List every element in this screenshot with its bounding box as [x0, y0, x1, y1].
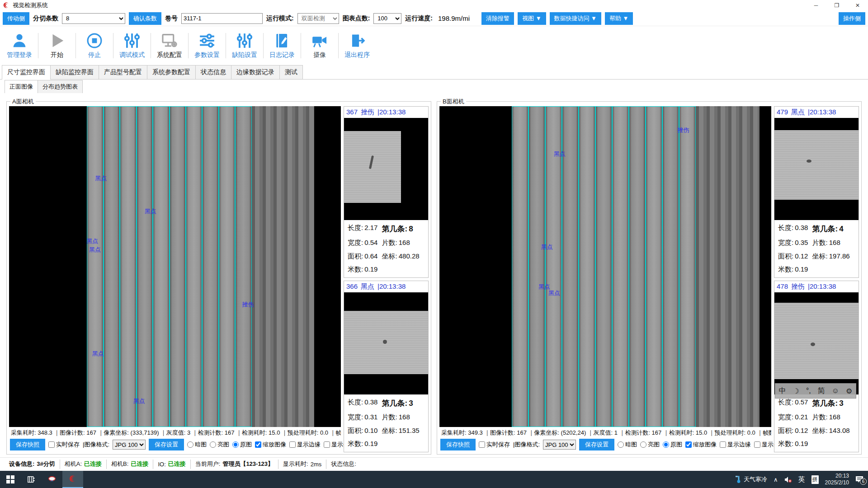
- defect-type: 黑点: [791, 108, 805, 117]
- weather-tray-item[interactable]: 天气寒冷: [736, 475, 767, 483]
- inspection-app-taskbar-button[interactable]: [62, 471, 83, 488]
- defect-pieces: 168: [829, 239, 840, 246]
- show-strips-checkbox[interactable]: [324, 441, 330, 448]
- show-edge-checkbox[interactable]: [720, 441, 726, 448]
- operator-side-button[interactable]: 操作侧: [839, 12, 865, 25]
- image-format-select[interactable]: JPG 100: [543, 440, 576, 450]
- defect-stats: 长度:2.17 第几条:8 宽度:0.54 片数:168 面积:0.64 坐标:…: [344, 220, 428, 277]
- tab-front-image[interactable]: 正面图像: [5, 80, 38, 93]
- defect-card[interactable]: 478 挫伤 |20:13:38 长度:0.57 第几条:3 宽度:0.21 片…: [774, 281, 859, 452]
- ime-simplified-toggle[interactable]: 简: [818, 386, 825, 396]
- realtime-save-checkbox[interactable]: [479, 441, 485, 448]
- help-menu-button[interactable]: 帮助 ▼: [605, 12, 633, 25]
- show-strips-checkbox[interactable]: [754, 441, 760, 448]
- toolbar-separator: [188, 33, 189, 58]
- snipping-tool-button[interactable]: ✂: [42, 471, 62, 488]
- camera-a-status-line: 采集耗时: 348.3 ｜图像计数: 167 ｜像素坐标: (333,7139)…: [9, 427, 341, 438]
- defect-annotation: 黑点: [541, 243, 553, 251]
- close-button[interactable]: ✕: [847, 0, 868, 11]
- chart-points-select[interactable]: 100: [373, 13, 401, 24]
- tab-product-config[interactable]: 产品型号配置: [99, 65, 147, 79]
- realtime-save-checkbox[interactable]: [48, 441, 55, 448]
- tray-overflow-chevron[interactable]: ∧: [774, 476, 778, 483]
- tab-edge-data[interactable]: 边缘数据记录: [231, 65, 280, 79]
- exit-icon: [349, 32, 366, 49]
- exit-program-button[interactable]: 退出程序: [340, 32, 375, 59]
- param-settings-button[interactable]: 参数设置: [189, 32, 225, 59]
- ime-mode-indicator[interactable]: 拼: [811, 475, 819, 484]
- original-image-radio[interactable]: [232, 441, 239, 448]
- tab-system-params[interactable]: 系统参数配置: [147, 65, 196, 79]
- system-config-button[interactable]: 系统配置: [152, 32, 187, 59]
- roll-number-input[interactable]: [181, 13, 263, 24]
- defect-length: 0.38: [795, 224, 808, 231]
- ime-punctuation-toggle[interactable]: °,: [806, 387, 811, 395]
- bright-image-radio[interactable]: [640, 441, 646, 448]
- start-menu-button[interactable]: [0, 471, 21, 488]
- volume-muted-icon[interactable]: [784, 476, 792, 483]
- dark-image-radio[interactable]: [187, 441, 193, 448]
- ime-lang-toggle[interactable]: 中: [779, 386, 786, 396]
- defect-area: 0.12: [795, 427, 808, 434]
- camera-b-conn-status: 已连接: [131, 460, 148, 468]
- weather-text: 天气寒冷: [744, 475, 767, 483]
- status-info-label: 状态信息:: [331, 460, 356, 468]
- save-snapshot-button[interactable]: 保存快照: [10, 439, 45, 450]
- original-image-radio[interactable]: [663, 441, 669, 448]
- defect-card[interactable]: 367 挫伤 |20:13:38 长度:2.17 第几条:8 宽度:0.54 片…: [344, 106, 429, 278]
- maximize-button[interactable]: ❐: [826, 0, 847, 11]
- slit-count-select[interactable]: 8: [62, 13, 125, 24]
- tab-status-info[interactable]: 状态信息: [195, 65, 231, 79]
- defect-time: |20:13:38: [377, 108, 406, 117]
- drive-side-button[interactable]: 传动侧: [3, 12, 29, 25]
- tab-test[interactable]: 测试: [279, 65, 303, 79]
- bright-image-radio[interactable]: [210, 441, 216, 448]
- capture-button[interactable]: 摄像: [302, 32, 337, 59]
- defect-card[interactable]: 366 黑点 |20:13:38 长度:0.38 第几条:3 宽度:0.31 片…: [344, 281, 429, 452]
- log-record-button[interactable]: 日志记录: [264, 32, 300, 59]
- zoom-image-checkbox[interactable]: [255, 441, 261, 448]
- run-mode-select[interactable]: 双面检测: [297, 13, 339, 24]
- stop-button[interactable]: 停止: [77, 32, 112, 59]
- taskbar: ✂ 天气寒冷 ∧ 英 拼 20:13 2025/2/10 6: [0, 471, 868, 488]
- toolbar-separator: [75, 33, 76, 58]
- defect-type: 挫伤: [791, 282, 805, 291]
- save-snapshot-button[interactable]: 保存快照: [440, 439, 476, 450]
- taskbar-clock[interactable]: 20:13 2025/2/10: [825, 473, 849, 486]
- save-settings-button[interactable]: 保存设置: [579, 439, 614, 450]
- ime-settings-button[interactable]: ⚙: [846, 387, 852, 395]
- save-settings-button[interactable]: 保存设置: [149, 439, 184, 450]
- language-indicator[interactable]: 英: [798, 475, 805, 484]
- ime-emoji-button[interactable]: ☺: [832, 387, 839, 395]
- toolbar-separator: [113, 33, 113, 58]
- camera-b-title: B面相机: [441, 98, 466, 106]
- cut-strip: [629, 106, 646, 427]
- tab-distribution-chart[interactable]: 分布趋势图表: [38, 80, 83, 93]
- dark-image-radio[interactable]: [618, 441, 624, 448]
- cut-strip: [679, 106, 696, 427]
- toolbar-separator: [151, 33, 151, 58]
- minimize-button[interactable]: ─: [806, 0, 826, 11]
- debug-mode-button[interactable]: 调试模式: [114, 32, 150, 59]
- action-center-button[interactable]: 6: [855, 476, 863, 483]
- defect-card[interactable]: 479 黑点 |20:13:38 长度:0.38 第几条:4 宽度:0.35 片…: [774, 106, 859, 278]
- tab-size-monitor[interactable]: 尺寸监控界面: [2, 65, 51, 79]
- confirm-count-button[interactable]: 确认条数: [129, 12, 161, 25]
- image-format-select[interactable]: JPG 100: [113, 440, 146, 450]
- ime-toolbar: 中 ☽ °, 简 ☺ ⚙: [775, 383, 856, 399]
- defect-thumbnail: [344, 118, 428, 220]
- defect-strip-index: 4: [839, 225, 843, 233]
- zoom-image-checkbox[interactable]: [685, 441, 692, 448]
- ime-halfwidth-toggle[interactable]: ☽: [793, 387, 799, 395]
- admin-login-button[interactable]: 管理登录: [2, 32, 37, 59]
- strip-zone: [87, 106, 251, 427]
- start-button[interactable]: 开始: [39, 32, 75, 59]
- data-quick-access-button[interactable]: 数据快捷访问 ▼: [550, 12, 601, 25]
- task-view-button[interactable]: [21, 471, 42, 488]
- defect-settings-button[interactable]: 缺陷设置: [227, 32, 262, 59]
- view-menu-button[interactable]: 视图 ▼: [518, 12, 546, 25]
- cut-strip: [612, 106, 629, 427]
- tab-defect-monitor[interactable]: 缺陷监控界面: [50, 65, 99, 79]
- clear-alarm-button[interactable]: 清除报警: [481, 12, 514, 25]
- show-edge-checkbox[interactable]: [289, 441, 296, 448]
